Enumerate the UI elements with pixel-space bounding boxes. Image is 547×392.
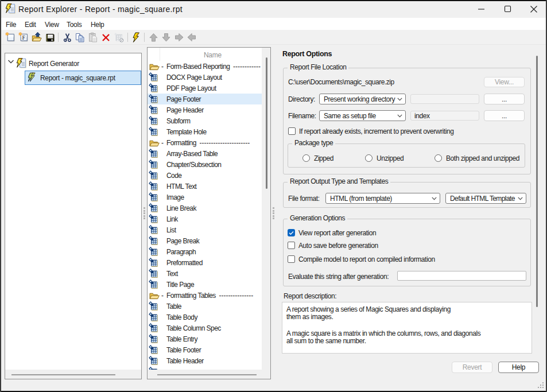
svg-text:F: F: [22, 34, 26, 41]
